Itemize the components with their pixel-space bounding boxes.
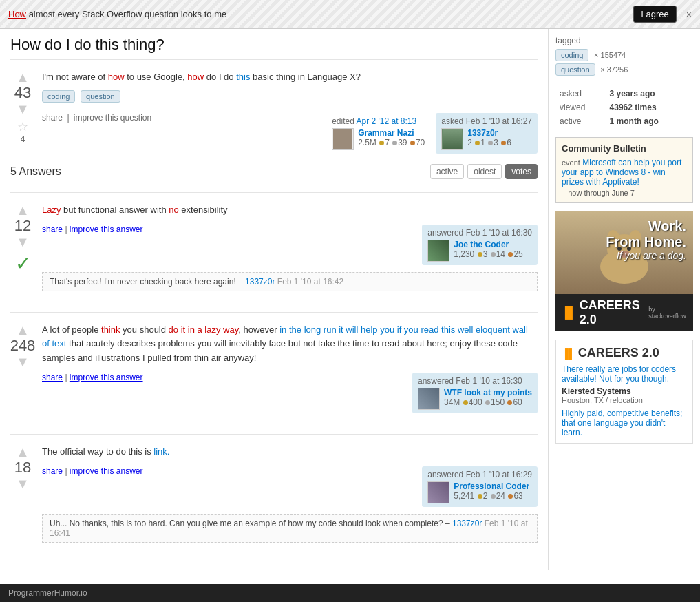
question-vote-section: ▲ 43 ▼ ☆ 4: [10, 70, 35, 154]
question-asked-info: asked Feb 1 '10 at 16:27 1337z0r 2: [436, 113, 538, 154]
answer-1-vote-down[interactable]: ▼: [16, 235, 30, 249]
careers-line3: If you are a dog.: [606, 250, 686, 261]
editor-avatar: [332, 128, 354, 150]
question-title: How do I do this thing?: [10, 36, 538, 60]
editor-rep: 2.5M 7 39 70: [358, 138, 425, 147]
answer-2-rep: 34M 400 150 60: [444, 397, 532, 407]
answer-1-share[interactable]: share: [42, 225, 63, 234]
answer-3-improve[interactable]: improve this answer: [70, 466, 143, 476]
sidebar-tag-coding[interactable]: coding: [555, 49, 588, 61]
editor-name[interactable]: Grammar Nazi: [358, 128, 425, 138]
active-stat-val: 1 month ago: [607, 115, 692, 127]
banner-text: How almost every Stack Overflow question…: [8, 9, 226, 19]
answer-2-improve[interactable]: improve this answer: [70, 373, 143, 382]
answer-3-date: answered Feb 1 '10 at 16:29: [427, 470, 532, 479]
answer-1-actions: share | improve this answer: [42, 225, 143, 234]
careers-ad-big[interactable]: Work. From Home. If you are a dog. ▐▌ CA…: [555, 211, 693, 331]
answer-3-user: Professional Coder 5,241 2 24 63: [454, 481, 529, 501]
asker-avatar: [441, 128, 463, 150]
answer-3-username[interactable]: Professional Coder: [454, 481, 529, 491]
careers-small-bars-icon: ▐▌: [562, 348, 575, 359]
answer-3-comment-user[interactable]: 1337z0r: [452, 519, 482, 528]
answer-3-rep: 5,241 2 24 63: [454, 491, 529, 501]
answer-3-comment: Uh... No thanks, this is too hard. Can y…: [42, 514, 538, 543]
answer-2-body: A lot of people think you should do it i…: [35, 323, 538, 413]
careers-ad-small[interactable]: ▐▌ CAREERS 2.0 There really are jobs for…: [555, 340, 693, 444]
answer-1-comment-user[interactable]: 1337z0r: [245, 277, 275, 287]
asker-name[interactable]: 1337z0r: [467, 128, 511, 138]
question-improve-link[interactable]: improve this question: [74, 113, 151, 123]
answer-1-comment-text: That's perfect! I'm never checking back …: [50, 277, 243, 287]
answer-1-user: Joe the Coder 1,230 3 14 25: [454, 240, 522, 259]
cb-event-link[interactable]: Microsoft can help you port your app to …: [562, 158, 681, 187]
answer-3-text: The official way to do this is link.: [42, 445, 538, 459]
sidebar-tags-section: tagged coding × 155474 question × 37256: [555, 36, 693, 78]
answer-2-date: answered Feb 1 '10 at 16:30: [418, 376, 522, 386]
banner-how: How: [8, 9, 26, 19]
asker-rep: 2 1 3 6: [467, 138, 511, 147]
tag-question[interactable]: question: [81, 90, 120, 103]
answer-3-vote-section: ▲ 18 ▼: [10, 445, 35, 543]
footer: ProgrammerHumor.io: [0, 584, 700, 602]
cb-event-suffix: – now through June 7: [562, 189, 687, 197]
answer-3-body: The official way to do this is link. sha…: [35, 445, 538, 543]
answer-2-share[interactable]: share: [42, 373, 63, 382]
viewed-stat-val: 43962 times: [607, 101, 692, 114]
question-meta: share | improve this question edited Apr…: [42, 113, 538, 154]
answer-1-comment: That's perfect! I'm never checking back …: [42, 272, 538, 291]
answer-3-share[interactable]: share: [42, 466, 63, 476]
asked-label: asked: [441, 116, 463, 126]
answer-3-meta: share | improve this answer answered Feb…: [42, 466, 538, 507]
careers-dog-area: Work. From Home. If you are a dog.: [555, 211, 693, 294]
answer-2-meta: share | improve this answer answered Feb…: [42, 373, 538, 413]
sort-tab-active[interactable]: active: [430, 164, 464, 179]
question-vote-down[interactable]: ▼: [16, 102, 30, 116]
asker-info: 1337z0r 2 1 3 6: [467, 128, 511, 147]
question-vote-up[interactable]: ▲: [16, 70, 30, 84]
asked-stat-val: 3 years ago: [607, 87, 692, 100]
answer-3-actions: share | improve this answer: [42, 466, 143, 476]
answer-3-post-row: ▲ 18 ▼ The official way to do this is li…: [10, 445, 538, 543]
answer-1-post-row: ▲ 12 ▼ ✓ Lazy but functional answer with…: [10, 203, 538, 291]
answer-1-improve[interactable]: improve this answer: [70, 225, 143, 234]
sort-tab-votes[interactable]: votes: [505, 164, 538, 179]
answer-2-vote-down[interactable]: ▼: [16, 355, 30, 368]
careers-big-logo: ▐▌ CAREERS 2.0: [561, 298, 646, 327]
sidebar-tags-list: coding × 155474 question × 37256: [555, 49, 693, 78]
question-share-link[interactable]: share: [42, 113, 63, 123]
question-body: I'm not aware of how to use Google, how …: [35, 70, 538, 154]
community-bulletin: Community Bulletin event Microsoft can h…: [555, 137, 693, 203]
answer-3-vote-down[interactable]: ▼: [16, 477, 30, 490]
answer-2-vote-count: 248: [10, 337, 36, 355]
answer-3-vote-up[interactable]: ▲: [16, 445, 30, 459]
active-stat-label: active: [557, 115, 606, 127]
sort-tab-oldest[interactable]: oldest: [467, 164, 502, 179]
careers-line2: From Home.: [606, 234, 686, 250]
question-actions: share | improve this question: [42, 113, 151, 123]
answer-2-vote-up[interactable]: ▲: [16, 323, 30, 337]
answer-1-comment-time: Feb 1 '10 at 16:42: [277, 277, 343, 287]
sidebar-tags-label: tagged: [555, 36, 693, 45]
answer-3-comment-text: Uh... No thanks, this is too hard. Can y…: [50, 519, 450, 528]
content-area: How do I do this thing? ▲ 43 ▼ ☆ 4 I'm n…: [0, 29, 549, 570]
answers-header: 5 Answers active oldest votes: [10, 164, 538, 185]
sidebar-tag-question[interactable]: question: [555, 63, 595, 76]
answer-2-user: WTF look at my points 34M 400 150 60: [444, 388, 532, 407]
answer-2-username[interactable]: WTF look at my points: [444, 388, 532, 397]
answer-1-user-info: answered Feb 1 '10 at 16:30 Joe the Code…: [422, 225, 538, 265]
agree-button[interactable]: I agree: [633, 6, 676, 23]
footer-text: ProgrammerHumor.io: [8, 588, 87, 598]
cb-title: Community Bulletin: [562, 143, 687, 154]
tag-coding[interactable]: coding: [42, 90, 75, 103]
sidebar-tag-question-count: × 37256: [600, 65, 628, 74]
top-banner: How almost every Stack Overflow question…: [0, 0, 700, 29]
answer-3-link[interactable]: link.: [153, 446, 169, 457]
question-favorite-star[interactable]: ☆: [17, 119, 28, 134]
answer-1-vote-up[interactable]: ▲: [16, 203, 30, 217]
close-icon[interactable]: ×: [686, 9, 692, 20]
answer-1-username[interactable]: Joe the Coder: [454, 240, 522, 249]
edited-date: Apr 2 '12 at 8:13: [357, 116, 417, 126]
answer-2-avatar: [418, 388, 440, 410]
answer-2-actions: share | improve this answer: [42, 373, 143, 382]
answer-3-vote-count: 18: [14, 459, 31, 477]
